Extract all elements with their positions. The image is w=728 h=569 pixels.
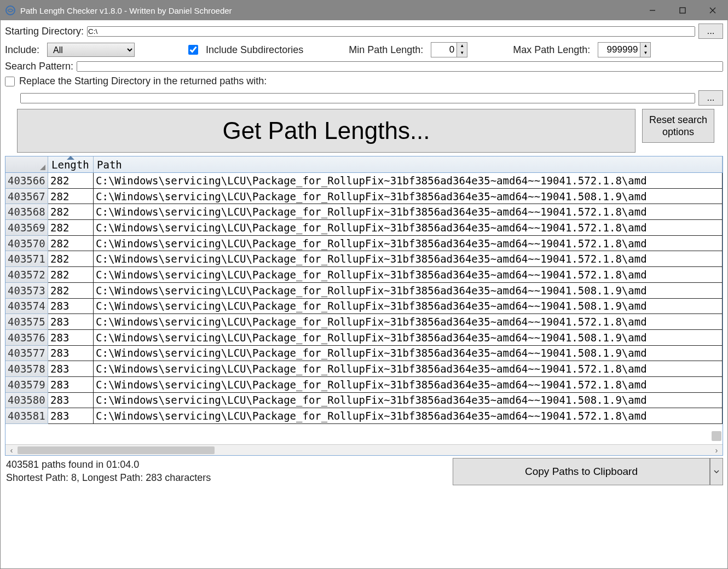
table-row[interactable]: 403579283C:\Windows\servicing\LCU\Packag…	[5, 377, 723, 393]
minimize-button[interactable]	[637, 1, 667, 20]
cell-path: C:\Windows\servicing\LCU\Package_for_Rol…	[94, 236, 723, 252]
table-row[interactable]: 403574283C:\Windows\servicing\LCU\Packag…	[5, 299, 723, 315]
table-row[interactable]: 403575283C:\Windows\servicing\LCU\Packag…	[5, 314, 723, 330]
chevron-down-icon	[713, 468, 720, 475]
copy-paths-dropdown[interactable]	[710, 458, 723, 485]
row-number: 403579	[5, 377, 48, 393]
row-number: 403569	[5, 220, 48, 236]
cell-path: C:\Windows\servicing\LCU\Package_for_Rol…	[94, 267, 723, 283]
table-row[interactable]: 403566282C:\Windows\servicing\LCU\Packag…	[5, 173, 723, 189]
scroll-right-icon[interactable]: ›	[710, 445, 723, 455]
starting-directory-label: Starting Directory:	[5, 26, 84, 37]
row-number: 403573	[5, 283, 48, 299]
max-spin-up[interactable]: ▲	[640, 43, 650, 50]
row-number: 403576	[5, 330, 48, 346]
cell-length: 282	[48, 267, 94, 283]
cell-path: C:\Windows\servicing\LCU\Package_for_Rol…	[94, 408, 723, 424]
cell-path: C:\Windows\servicing\LCU\Package_for_Rol…	[94, 314, 723, 330]
scroll-left-icon[interactable]: ‹	[5, 445, 18, 455]
titlebar[interactable]: Path Length Checker v1.8.0 - Written by …	[1, 1, 727, 20]
cell-length: 283	[48, 393, 94, 409]
row-number: 403572	[5, 267, 48, 283]
cell-length: 283	[48, 314, 94, 330]
cell-length: 282	[48, 251, 94, 267]
table-row[interactable]: 403572282C:\Windows\servicing\LCU\Packag…	[5, 267, 723, 283]
row-number: 403566	[5, 173, 48, 189]
cell-length: 283	[48, 330, 94, 346]
table-row[interactable]: 403570282C:\Windows\servicing\LCU\Packag…	[5, 236, 723, 252]
row-number: 403575	[5, 314, 48, 330]
cell-path: C:\Windows\servicing\LCU\Package_for_Rol…	[94, 299, 723, 315]
row-number: 403581	[5, 408, 48, 424]
min-spin-up[interactable]: ▲	[457, 43, 467, 50]
cell-path: C:\Windows\servicing\LCU\Package_for_Rol…	[94, 393, 723, 409]
row-number: 403567	[5, 189, 48, 205]
copy-paths-button[interactable]: Copy Paths to Clipboard	[453, 458, 710, 485]
min-spin-down[interactable]: ▼	[457, 50, 467, 57]
cell-path: C:\Windows\servicing\LCU\Package_for_Rol…	[94, 283, 723, 299]
cell-length: 282	[48, 173, 94, 189]
row-number: 403568	[5, 204, 48, 220]
column-header-path[interactable]: Path	[94, 156, 723, 172]
replace-label: Replace the Starting Directory in the re…	[19, 76, 267, 87]
max-path-length-input[interactable]	[598, 42, 640, 57]
cell-path: C:\Windows\servicing\LCU\Package_for_Rol…	[94, 204, 723, 220]
cell-path: C:\Windows\servicing\LCU\Package_for_Rol…	[94, 220, 723, 236]
cell-path: C:\Windows\servicing\LCU\Package_for_Rol…	[94, 361, 723, 377]
cell-length: 283	[48, 361, 94, 377]
horizontal-scrollbar[interactable]: ‹ ›	[5, 444, 723, 455]
table-row[interactable]: 403577283C:\Windows\servicing\LCU\Packag…	[5, 346, 723, 362]
include-subdirs-checkbox[interactable]	[188, 45, 198, 55]
cell-length: 282	[48, 236, 94, 252]
max-spin-down[interactable]: ▼	[640, 50, 650, 57]
maximize-button[interactable]	[667, 1, 697, 20]
browse-replace-button[interactable]: ...	[698, 90, 723, 106]
cell-path: C:\Windows\servicing\LCU\Package_for_Rol…	[94, 251, 723, 267]
sort-ascending-icon	[67, 156, 74, 160]
close-button[interactable]	[697, 1, 727, 20]
row-number: 403580	[5, 393, 48, 409]
table-row[interactable]: 403569282C:\Windows\servicing\LCU\Packag…	[5, 220, 723, 236]
window-title: Path Length Checker v1.8.0 - Written by …	[20, 6, 637, 15]
status-paths-found: 403581 paths found in 01:04.0	[6, 458, 453, 471]
replace-checkbox[interactable]	[5, 77, 15, 86]
cell-path: C:\Windows\servicing\LCU\Package_for_Rol…	[94, 330, 723, 346]
replace-input[interactable]	[20, 93, 695, 103]
svg-rect-2	[680, 8, 685, 13]
table-row[interactable]: 403578283C:\Windows\servicing\LCU\Packag…	[5, 361, 723, 377]
cell-path: C:\Windows\servicing\LCU\Package_for_Rol…	[94, 173, 723, 189]
search-pattern-label: Search Pattern:	[5, 61, 73, 72]
cell-length: 283	[48, 346, 94, 362]
table-row[interactable]: 403580283C:\Windows\servicing\LCU\Packag…	[5, 393, 723, 409]
cell-length: 282	[48, 189, 94, 205]
table-row[interactable]: 403571282C:\Windows\servicing\LCU\Packag…	[5, 251, 723, 267]
status-path-range: Shortest Path: 8, Longest Path: 283 char…	[6, 471, 453, 484]
browse-starting-dir-button[interactable]: ...	[698, 24, 723, 39]
results-grid[interactable]: Length Path 403566282C:\Windows\servicin…	[5, 156, 723, 456]
cell-length: 283	[48, 408, 94, 424]
row-number: 403571	[5, 251, 48, 267]
min-path-length-label: Min Path Length:	[349, 44, 423, 56]
cell-length: 282	[48, 220, 94, 236]
cell-path: C:\Windows\servicing\LCU\Package_for_Rol…	[94, 377, 723, 393]
min-path-length-input[interactable]	[431, 42, 457, 57]
table-row[interactable]: 403573282C:\Windows\servicing\LCU\Packag…	[5, 283, 723, 299]
table-row[interactable]: 403576283C:\Windows\servicing\LCU\Packag…	[5, 330, 723, 346]
vertical-scrollbar[interactable]	[712, 431, 721, 442]
row-number: 403574	[5, 299, 48, 315]
table-row[interactable]: 403567282C:\Windows\servicing\LCU\Packag…	[5, 189, 723, 205]
table-row[interactable]: 403581283C:\Windows\servicing\LCU\Packag…	[5, 408, 723, 424]
reset-search-options-button[interactable]: Reset search options	[642, 109, 714, 143]
column-header-length[interactable]: Length	[48, 156, 94, 172]
include-subdirs-label: Include Subdirectories	[206, 44, 303, 56]
grid-corner[interactable]	[5, 156, 48, 172]
get-path-lengths-button[interactable]: Get Path Lengths...	[17, 109, 635, 153]
cell-path: C:\Windows\servicing\LCU\Package_for_Rol…	[94, 346, 723, 362]
row-number: 403578	[5, 361, 48, 377]
search-pattern-input[interactable]	[77, 61, 723, 72]
cell-length: 282	[48, 283, 94, 299]
include-dropdown[interactable]: All	[47, 43, 135, 57]
app-icon	[5, 5, 16, 16]
table-row[interactable]: 403568282C:\Windows\servicing\LCU\Packag…	[5, 204, 723, 220]
starting-directory-input[interactable]	[87, 26, 695, 37]
